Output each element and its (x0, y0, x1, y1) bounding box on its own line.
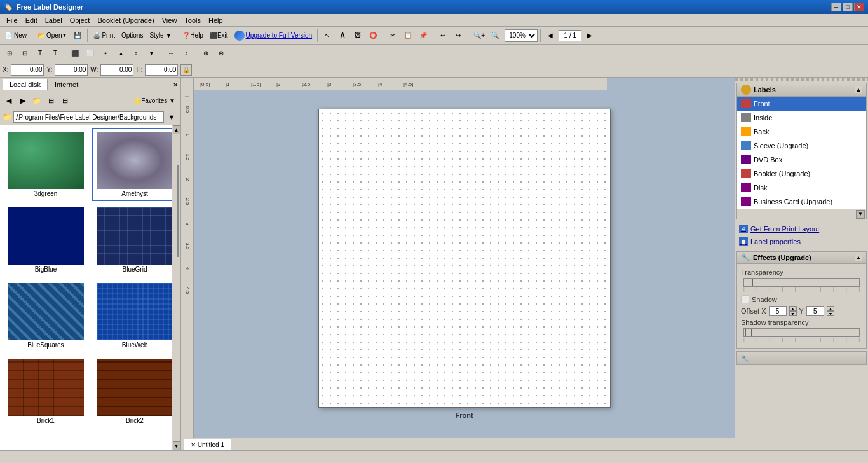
favorites-button[interactable]: ⭐ Favorites ▼ (131, 93, 178, 107)
align-left[interactable]: ⬛ (68, 46, 82, 60)
redo-button[interactable]: ↪ (451, 29, 465, 43)
shadow-transparency-track[interactable] (743, 328, 860, 337)
sidebar-item-sleeve[interactable]: Sleeve (Upgrade) (737, 139, 866, 153)
flip-h[interactable]: ↔ (164, 46, 178, 60)
canvas-tab-untitled[interactable]: ✕ Untitled 1 (184, 439, 231, 450)
menu-booklet[interactable]: Booklet (Upgrade) (93, 15, 158, 25)
zoom-dropdown[interactable]: 100% 75% 50% 150% 200% (505, 29, 538, 42)
view-toggle[interactable]: ⊞ (44, 94, 57, 107)
scroll-thumb[interactable] (177, 165, 179, 257)
offset-y-down[interactable]: ▼ (827, 311, 834, 316)
align-top[interactable]: ▴ (114, 46, 128, 60)
w-input[interactable] (100, 64, 133, 76)
next-page[interactable]: ▶ (583, 29, 597, 43)
forward-button[interactable]: ▶ (17, 94, 29, 107)
scroll-up[interactable]: ▲ (173, 125, 180, 134)
page-indicator[interactable] (559, 30, 581, 41)
sidebar-item-front[interactable]: Front (737, 97, 866, 111)
menu-edit[interactable]: Edit (22, 15, 41, 25)
exit-button[interactable]: ⬛ Exit (207, 29, 231, 43)
list-item[interactable]: BlueSquares (3, 279, 89, 352)
lock-button[interactable]: 🔒 (180, 64, 192, 76)
path-dropdown[interactable]: ▼ (165, 111, 178, 123)
style-button[interactable]: Style ▼ (147, 29, 174, 43)
effects-collapse[interactable]: ▲ (855, 254, 862, 261)
menu-object[interactable]: Object (66, 15, 94, 25)
list-item[interactable]: Amethyst (92, 128, 178, 201)
zoom-out-button[interactable]: 🔍- (489, 29, 503, 43)
text-tool[interactable]: A (336, 29, 349, 43)
help-button[interactable]: ❓ Help (180, 29, 206, 43)
align-center[interactable]: ⬜ (83, 46, 97, 60)
ungroup[interactable]: ⊗ (214, 46, 228, 60)
offset-x-input[interactable] (769, 306, 787, 316)
copy-button[interactable]: 📋 (401, 29, 415, 43)
undo-button[interactable]: ↩ (436, 29, 450, 43)
prev-page[interactable]: ◀ (543, 29, 557, 43)
list-item[interactable]: BlueGrid (92, 204, 178, 277)
nav-btn5[interactable]: ⊟ (58, 94, 71, 107)
labels-collapse[interactable]: ▲ (855, 86, 862, 93)
menu-view[interactable]: View (158, 15, 181, 25)
up-button[interactable]: 📁 (31, 94, 43, 107)
upgrade-button[interactable]: Upgrade to Full Version (232, 29, 315, 43)
options-button[interactable]: Options (119, 29, 146, 43)
labels-scroll-btn[interactable]: ▼ (856, 210, 865, 219)
menu-label[interactable]: Label (41, 15, 66, 25)
menu-help[interactable]: Help (205, 15, 227, 25)
menu-file[interactable]: File (3, 15, 22, 25)
list-item[interactable]: Brick2 (92, 355, 178, 428)
sidebar-item-booklet[interactable]: Booklet (Upgrade) (737, 167, 866, 181)
paste-button[interactable]: 📌 (416, 29, 430, 43)
h-input[interactable] (145, 64, 178, 76)
list-item[interactable]: 3dgreen (3, 128, 89, 201)
align-right[interactable]: ▪ (98, 46, 112, 60)
align-bottom[interactable]: ▾ (144, 46, 158, 60)
sidebar-item-disk[interactable]: Disk (737, 181, 866, 195)
path-input[interactable] (13, 111, 164, 123)
open-button[interactable]: 📂 Open ▼ (35, 29, 69, 43)
print-button[interactable]: 🖨️ Print (90, 29, 118, 43)
align-vcenter[interactable]: ↕ (129, 46, 143, 60)
shape-tool[interactable]: ⭕ (366, 29, 380, 43)
sidebar-item-back[interactable]: Back (737, 125, 866, 139)
label-properties-link[interactable]: 📋 Label properties (739, 236, 864, 247)
save-button[interactable]: 💾 (71, 29, 85, 43)
sidebar-item-dvd[interactable]: DVD Box (737, 153, 866, 167)
image-tool[interactable]: 🖼 (351, 29, 365, 43)
minimize-button[interactable]: ─ (831, 3, 841, 11)
obj-btn1[interactable]: ⊞ (3, 46, 17, 60)
transparency-track[interactable] (743, 278, 860, 287)
menu-tools[interactable]: Tools (180, 15, 205, 25)
group[interactable]: ⊕ (199, 46, 213, 60)
list-item[interactable]: BigBlue (3, 204, 89, 277)
list-item[interactable]: Brick1 (3, 355, 89, 428)
select-tool[interactable]: ↖ (320, 29, 334, 43)
obj-btn3[interactable]: T (33, 46, 47, 60)
obj-btn2[interactable]: ⊟ (18, 46, 32, 60)
scroll-down[interactable]: ▼ (173, 441, 180, 450)
close-button[interactable]: ✕ (854, 3, 864, 11)
transparency-thumb[interactable] (747, 279, 753, 286)
tab-localdisk[interactable]: Local disk (3, 79, 48, 90)
obj-btn4[interactable]: Ŧ (48, 46, 62, 60)
offset-y-up[interactable]: ▲ (827, 306, 834, 311)
new-button[interactable]: 📄 New (3, 29, 29, 43)
offset-x-down[interactable]: ▼ (789, 311, 797, 316)
x-input[interactable] (11, 64, 44, 76)
panel-close[interactable]: ✕ (173, 81, 178, 88)
shadow-transparency-thumb[interactable] (745, 329, 752, 336)
file-list-scrollbar[interactable]: ▲ ▼ (172, 125, 180, 450)
shadow-checkbox[interactable] (741, 295, 749, 303)
flip-v[interactable]: ↕ (179, 46, 193, 60)
offset-x-up[interactable]: ▲ (789, 306, 797, 311)
back-button[interactable]: ◀ (3, 94, 15, 107)
tab-internet[interactable]: Internet (48, 79, 85, 90)
get-from-print-link[interactable]: 🖨 Get From Print Layout (739, 223, 864, 235)
maximize-button[interactable]: □ (843, 3, 853, 11)
sidebar-item-inside[interactable]: Inside (737, 111, 866, 125)
cut-button[interactable]: ✂ (386, 29, 400, 43)
list-item[interactable]: BlueWeb (92, 279, 178, 352)
offset-y-input[interactable] (806, 306, 824, 316)
y-input[interactable] (55, 64, 88, 76)
